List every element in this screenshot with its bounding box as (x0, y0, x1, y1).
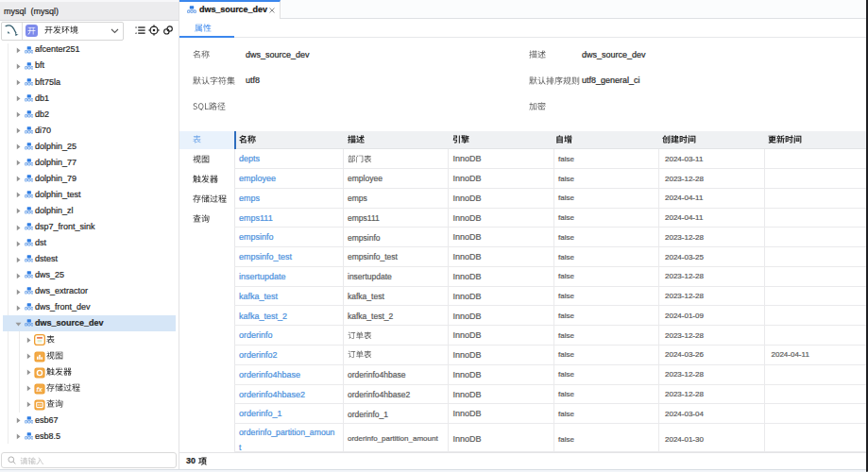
svg-text:fx: fx (36, 385, 43, 392)
